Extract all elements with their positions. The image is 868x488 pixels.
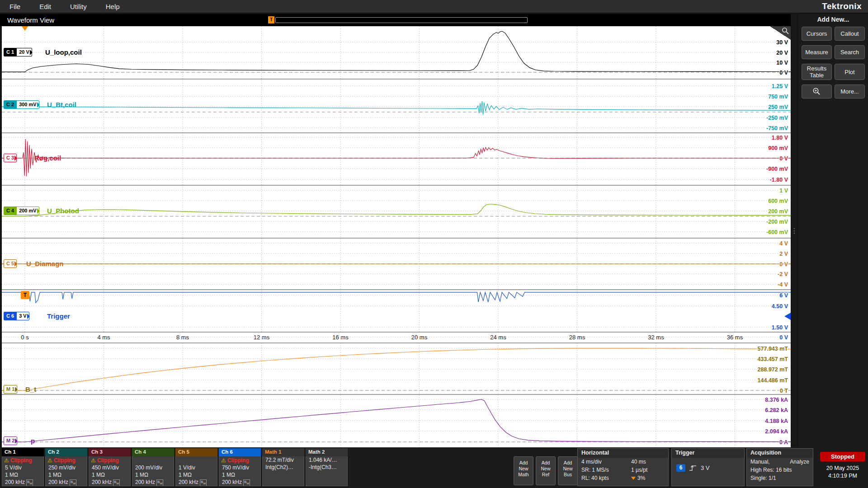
card-body-ch-5: 1 V/div1 MΩ200 kHzBW	[175, 456, 217, 486]
card-ch-2[interactable]: Ch 2⚠Clipping250 mV/div1 MΩ200 kHzBW	[45, 448, 87, 486]
tab-ch-2[interactable]: Ch 2	[45, 448, 87, 456]
card-line: -Intg(Ch3…	[306, 464, 347, 471]
horizontal-pan-scrollbar[interactable]	[275, 17, 528, 23]
acquisition-status-button[interactable]: Stopped	[820, 452, 865, 461]
bandwidth-limit-icon: BW	[156, 479, 163, 486]
clipping-label: Clipping	[54, 457, 75, 464]
channel-badge-C6[interactable]: C 63 V	[4, 312, 29, 320]
card-line: 750 mV/div	[219, 464, 260, 471]
card-line: 1 MΩ	[176, 471, 217, 479]
channel-label-M2: p	[31, 436, 35, 445]
channel-badge-C1[interactable]: C 120 V	[4, 48, 32, 56]
card-ch-5[interactable]: Ch 51 V/div1 MΩ200 kHzBW	[175, 448, 217, 486]
acquisition-settings-card[interactable]: Acquisition Manual,Analyze High Res: 16 …	[746, 448, 813, 486]
date-label: 20 May 2025	[820, 465, 865, 472]
oscilloscope-app: File Edit Utility Help Tektronix Wavefor…	[0, 0, 868, 488]
card-body-ch-6: ⚠Clipping750 mV/div1 MΩ200 kHzBW	[219, 456, 261, 486]
card-line: 1 MΩ	[89, 471, 130, 479]
clipping-warning: ⚠Clipping	[46, 456, 87, 464]
card-line-bandwidth: 200 kHzBW	[46, 479, 87, 486]
warning-icon: ⚠	[4, 458, 9, 463]
card-line-bandwidth: 200 kHzBW	[89, 479, 130, 486]
acquisition-count: Single: 1/1	[747, 474, 813, 482]
card-ch-4[interactable]: Ch 4200 mV/div1 MΩ200 kHzBW	[132, 448, 174, 486]
trigger-settings-card[interactable]: Trigger 6 3 V	[671, 448, 745, 486]
waveform-view-header: Waveform View T	[0, 14, 791, 26]
channel-badge-C5[interactable]: C 5	[4, 259, 17, 268]
clipping-label: Clipping	[227, 457, 249, 464]
card-math-1[interactable]: Math 172.2 mT/divIntg(Ch2)…	[262, 448, 304, 486]
channel-cards: Ch 1⚠Clipping5 V/div1 MΩ200 kHzBWCh 2⚠Cl…	[2, 448, 348, 486]
callout-button[interactable]: Callout	[835, 27, 865, 41]
trigger-source-badge[interactable]: T	[21, 291, 29, 299]
tab-ch-1[interactable]: Ch 1	[2, 448, 44, 456]
menu-utility[interactable]: Utility	[61, 3, 96, 10]
waveform-display[interactable]: 0 s4 ms8 ms12 ms16 ms20 ms24 ms28 ms32 m…	[2, 26, 791, 447]
tab-ch-4[interactable]: Ch 4	[132, 448, 174, 456]
channel-label-C4: U_Photod	[47, 206, 79, 215]
trigger-position-flag[interactable]: T	[268, 16, 274, 23]
channel-badge-C4[interactable]: C 4200 mV	[4, 206, 39, 215]
bandwidth-limit-icon: BW	[200, 479, 207, 486]
horizontal-scale: 4 ms/div	[581, 458, 631, 466]
card-line: 72.2 mT/div	[263, 456, 304, 464]
add-new-math-button[interactable]: Add New Math	[514, 456, 533, 485]
channel-badge-C2[interactable]: C 2300 mV	[4, 100, 39, 109]
tab-ch-5[interactable]: Ch 5	[175, 448, 217, 456]
zoom-button[interactable]	[802, 84, 832, 99]
drag-handle-icon: ⋮	[791, 227, 798, 235]
card-line: 1.046 kA/…	[306, 456, 347, 464]
measure-button[interactable]: Measure	[802, 45, 832, 59]
card-line: 450 mV/div	[89, 464, 130, 471]
channel-label-C3: Rog,coil	[34, 154, 61, 162]
zoom-corner-icon[interactable]	[770, 26, 791, 40]
warning-icon: ⚠	[91, 458, 96, 463]
menu-bar: File Edit Utility Help Tektronix	[0, 0, 868, 13]
warning-icon: ⚠	[47, 458, 52, 463]
plot-overlay: T C 120 VU_loop,coilC 2300 mVU_Bt,coilC …	[2, 26, 791, 447]
channel-badge-M2[interactable]: M 2	[4, 436, 17, 445]
horizontal-settings-card[interactable]: Horizontal 4 ms/div40 ms SR: 1 MS/s1 µs/…	[577, 448, 669, 486]
waveform-view-title: Waveform View	[7, 16, 54, 24]
tab-math-1[interactable]: Math 1	[262, 448, 304, 456]
clipping-warning: ⚠Clipping	[2, 456, 43, 464]
channel-badge-C3[interactable]: C 3	[4, 154, 17, 162]
panel-splitter[interactable]: ⋮	[792, 14, 797, 447]
sample-interval: 1 µs/pt	[631, 466, 665, 474]
warning-icon: ⚠	[221, 458, 226, 463]
menu-help[interactable]: Help	[96, 3, 129, 10]
more-button[interactable]: More...	[835, 84, 865, 99]
menu-edit[interactable]: Edit	[30, 3, 61, 10]
horizontal-window: 40 ms	[631, 458, 665, 466]
right-panel-buttons: Cursors Callout Measure Search Results T…	[802, 27, 865, 99]
tab-math-2[interactable]: Math 2	[306, 448, 348, 456]
menu-file[interactable]: File	[0, 3, 30, 10]
add-new-ref-button[interactable]: Add New Ref	[536, 456, 556, 485]
clipping-warning: ⚠Clipping	[89, 456, 130, 464]
sample-rate: SR: 1 MS/s	[581, 466, 631, 474]
channel-badge-M1[interactable]: M 1	[4, 385, 17, 394]
card-line: Intg(Ch2)…	[263, 464, 304, 471]
results-table-button[interactable]: Results Table	[802, 64, 832, 80]
card-ch-3[interactable]: Ch 3⚠Clipping450 mV/div1 MΩ200 kHzBW	[89, 448, 131, 486]
clipping-warning: ⚠Clipping	[219, 456, 260, 464]
card-ch-6[interactable]: Ch 6⚠Clipping750 mV/div1 MΩ200 kHzBW	[219, 448, 261, 486]
right-panel: Add New... Cursors Callout Measure Searc…	[798, 14, 868, 447]
card-ch-1[interactable]: Ch 1⚠Clipping5 V/div1 MΩ200 kHzBW	[2, 448, 44, 486]
card-math-2[interactable]: Math 21.046 kA/…-Intg(Ch3…	[306, 448, 348, 486]
card-line: 200 mV/div	[132, 464, 174, 471]
tab-ch-3[interactable]: Ch 3	[89, 448, 131, 456]
card-line: 250 mV/div	[46, 464, 87, 471]
search-button[interactable]: Search	[835, 45, 865, 59]
channel-label-M1: B_t	[25, 385, 36, 394]
acquisition-title: Acquisition	[747, 449, 813, 458]
plot-button[interactable]: Plot	[835, 64, 865, 80]
cursors-button[interactable]: Cursors	[802, 27, 832, 41]
tab-ch-6[interactable]: Ch 6	[219, 448, 261, 456]
status-column: Stopped 20 May 2025 4:10:19 PM	[820, 452, 865, 480]
add-new-bus-button[interactable]: Add New Bus	[558, 456, 578, 485]
channel-label-C1: U_loop,coil	[45, 48, 82, 56]
horizontal-title: Horizontal	[578, 449, 668, 458]
bandwidth-limit-icon: BW	[26, 479, 33, 486]
card-body-math-1: 72.2 mT/divIntg(Ch2)…	[262, 456, 304, 486]
